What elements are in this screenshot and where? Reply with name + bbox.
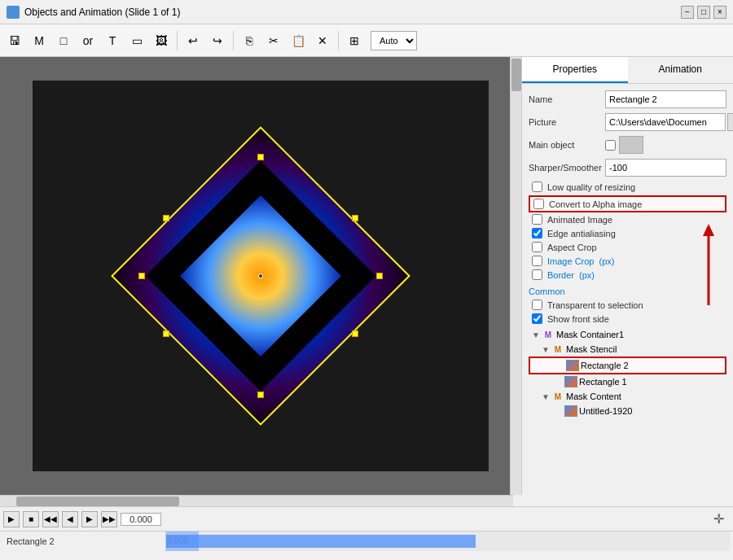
- border-checkbox[interactable]: [532, 269, 542, 280]
- tree-item-rectangle1[interactable]: Rectangle 1: [529, 374, 726, 389]
- convert-alpha-checkbox[interactable]: [533, 199, 544, 209]
- low-quality-checkbox[interactable]: [532, 182, 542, 192]
- panel-tabs: Properties Animation: [522, 57, 733, 84]
- handle-left[interactable]: [138, 273, 145, 279]
- minimize-button[interactable]: −: [681, 6, 694, 19]
- handle-bot-left[interactable]: [163, 330, 169, 337]
- toolbar-m-button[interactable]: M: [28, 29, 50, 52]
- play-button[interactable]: ▶: [3, 511, 20, 527]
- tree-label-untitled: Untitled-1920: [579, 406, 632, 416]
- toolbar-text-button[interactable]: T: [101, 29, 124, 52]
- row-convert-alpha: Convert to Alpha image: [529, 195, 726, 212]
- prev-button[interactable]: ◀◀: [42, 511, 59, 527]
- forward-button[interactable]: ▶: [81, 511, 98, 527]
- handle-top[interactable]: [257, 154, 264, 160]
- row-image-crop: Image Crop (px): [529, 256, 726, 266]
- sharper-input[interactable]: [605, 159, 726, 177]
- tree-item-mask-content[interactable]: ▼ M Mask Content: [529, 389, 726, 404]
- row-antialias: Edge antialiasing: [529, 228, 726, 238]
- animated-checkbox[interactable]: [532, 214, 542, 225]
- stop-button[interactable]: ■: [23, 511, 39, 527]
- toolbar-redo-button[interactable]: ↪: [206, 29, 229, 52]
- expand-icon-mask-content: ▼: [542, 392, 550, 400]
- mask-container-icon: M: [542, 329, 555, 340]
- timeline-row: Rectangle 2 0.000: [0, 532, 733, 551]
- timeline-time-display[interactable]: 0.000: [121, 513, 161, 526]
- untitled-icon: [564, 405, 577, 417]
- border-suffix: (px): [579, 270, 595, 280]
- toolbar: 🖫 M □ or T ▭ 🖼 ↩ ↪ ⎘ ✂ 📋 ✕ ⊞ Auto 1:1 4:…: [0, 24, 733, 57]
- tree-item-untitled[interactable]: Untitled-1920: [529, 404, 726, 418]
- prop-row-main-object: Main object: [529, 136, 726, 154]
- name-input[interactable]: [605, 90, 726, 108]
- transparent-checkbox[interactable]: [532, 300, 542, 310]
- picture-input[interactable]: [605, 113, 726, 131]
- handle-bot-right[interactable]: [352, 330, 358, 337]
- timeline-row-label: Rectangle 2: [3, 532, 166, 551]
- toolbar-paste-button[interactable]: 📋: [287, 29, 309, 52]
- expand-icon-rect2: [556, 361, 564, 370]
- timeline-area: ▶ ■ ◀◀ ◀ ▶ ▶▶ 0.000 ✛ Rectangle 2 0.000: [0, 506, 733, 560]
- back-button[interactable]: ◀: [62, 511, 78, 527]
- toolbar-delete-button[interactable]: ✕: [311, 29, 334, 52]
- color-swatch[interactable]: [619, 136, 643, 154]
- toolbar-undo-button[interactable]: ↩: [182, 29, 204, 52]
- image-crop-checkbox[interactable]: [532, 256, 542, 266]
- rectangle1-icon: [564, 376, 577, 387]
- toolbar-separator-1: [177, 31, 178, 50]
- show-front-label: Show front side: [547, 314, 609, 324]
- image-crop-label[interactable]: Image Crop: [547, 256, 594, 266]
- animated-label: Animated Image: [547, 215, 612, 225]
- canvas-area: [0, 57, 521, 495]
- tree-label-rectangle2: Rectangle 2: [581, 361, 629, 370]
- toolbar-cut-button[interactable]: ✂: [262, 29, 285, 52]
- toolbar-new-button[interactable]: 🖫: [3, 29, 26, 52]
- toolbar-separator-3: [338, 31, 339, 50]
- tree-view: ▼ M Mask Container1 ▼ M Mask Stencil Rec…: [529, 327, 726, 418]
- center-dot: [258, 273, 263, 278]
- close-button[interactable]: ×: [713, 6, 726, 19]
- aspect-crop-label: Aspect Crop: [547, 243, 597, 252]
- diamond-container: [130, 146, 391, 406]
- row-show-front: Show front side: [529, 313, 726, 324]
- toolbar-copy-button[interactable]: ⎘: [238, 29, 261, 52]
- canvas[interactable]: [33, 81, 489, 471]
- timeline-track[interactable]: 0.000: [166, 532, 730, 551]
- aspect-crop-checkbox[interactable]: [532, 242, 542, 252]
- handle-mid-left[interactable]: [163, 215, 169, 221]
- toolbar-or-button[interactable]: or: [77, 29, 99, 52]
- tree-label-mask-stencil: Mask Stencil: [566, 344, 617, 354]
- border-label[interactable]: Border: [547, 270, 574, 280]
- tree-item-mask-container[interactable]: ▼ M Mask Container1: [529, 327, 726, 342]
- tab-properties[interactable]: Properties: [522, 57, 628, 83]
- antialias-label: Edge antialiasing: [547, 229, 616, 238]
- main-object-checkbox[interactable]: [605, 140, 616, 151]
- canvas-scrollbar-v[interactable]: [510, 57, 521, 495]
- toolbar-image-button[interactable]: 🖼: [150, 29, 173, 52]
- panel-content: Name Picture ▼ Main object: [522, 84, 733, 495]
- title-bar: Objects and Animation (Slide 1 of 1) − □…: [0, 0, 733, 24]
- tree-item-rectangle2[interactable]: Rectangle 2: [529, 357, 726, 374]
- show-front-checkbox[interactable]: [532, 313, 542, 324]
- toolbar-grid-button[interactable]: ⊞: [343, 29, 366, 52]
- handle-mid-right[interactable]: [352, 215, 358, 221]
- canvas-scrollbar-h[interactable]: [0, 495, 513, 506]
- maximize-button[interactable]: □: [697, 6, 710, 19]
- picture-browse-btn[interactable]: ▼: [727, 113, 733, 131]
- row-low-quality: Low quality of resizing: [529, 182, 726, 192]
- antialias-checkbox[interactable]: [532, 228, 542, 238]
- zoom-dropdown[interactable]: Auto 1:1 4:3 16:9: [371, 31, 417, 50]
- toolbar-rect-button[interactable]: □: [52, 29, 75, 52]
- move-icon: ✛: [707, 508, 730, 531]
- selection-handles: [138, 154, 383, 398]
- row-animated: Animated Image: [529, 214, 726, 225]
- tab-animation[interactable]: Animation: [628, 57, 734, 83]
- end-button[interactable]: ▶▶: [101, 511, 117, 527]
- handle-bottom[interactable]: [257, 392, 264, 398]
- toolbar-shape-button[interactable]: ▭: [125, 29, 148, 52]
- tree-label-mask-container: Mask Container1: [556, 330, 624, 339]
- handle-right[interactable]: [376, 273, 383, 279]
- picture-label: Picture: [529, 117, 602, 127]
- row-aspect-crop: Aspect Crop: [529, 242, 726, 252]
- tree-item-mask-stencil[interactable]: ▼ M Mask Stencil: [529, 342, 726, 357]
